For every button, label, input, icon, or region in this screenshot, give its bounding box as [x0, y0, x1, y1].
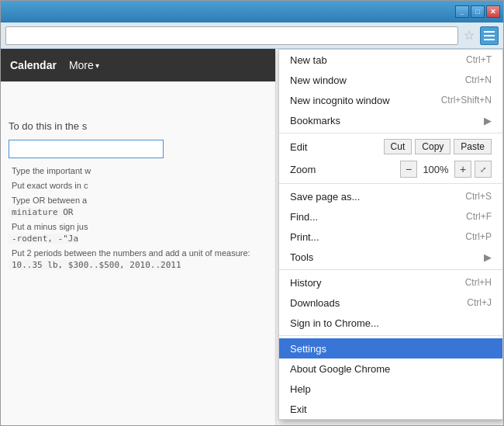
menu-item-incognito[interactable]: New incognito window Ctrl+Shift+N: [279, 90, 502, 110]
menu-item-edit: Edit Cut Copy Paste: [279, 136, 502, 158]
search-heading: To do this in the s: [9, 120, 268, 132]
menu-item-save[interactable]: Save page as... Ctrl+S: [279, 186, 502, 206]
menu-item-new-window-shortcut: Ctrl+N: [465, 74, 492, 85]
menu-item-history-label: History: [290, 277, 447, 289]
menu-line-2: [484, 35, 495, 36]
submenu-arrow-icon: ▶: [484, 115, 492, 126]
menu-item-about-label: About Google Chrome: [290, 363, 492, 375]
menu-item-print[interactable]: Print... Ctrl+P: [279, 227, 502, 247]
menu-item-new-tab[interactable]: New tab Ctrl+T: [279, 50, 502, 70]
hint-2-text: Put exact words in c: [9, 181, 88, 190]
divider-2: [279, 183, 502, 184]
close-button[interactable]: ✕: [486, 5, 500, 18]
maximize-button[interactable]: □: [471, 5, 485, 18]
menu-item-about[interactable]: About Google Chrome: [279, 358, 502, 379]
cut-button[interactable]: Cut: [384, 139, 413, 154]
menu-item-downloads[interactable]: Downloads Ctrl+J: [279, 293, 502, 313]
hint-4-line1: Put a minus sign jus: [9, 222, 88, 231]
menu-item-bookmarks-label: Bookmarks: [290, 115, 484, 126]
menu-item-tools-label: Tools: [290, 251, 484, 263]
search-section: To do this in the s Type the important w…: [9, 120, 268, 270]
zoom-out-button[interactable]: −: [400, 161, 417, 178]
address-input[interactable]: [5, 26, 458, 45]
zoom-label: Zoom: [290, 164, 397, 175]
left-panel: Calendar More To do this in the s Type t…: [1, 49, 276, 425]
app-nav: Calendar More: [1, 49, 275, 81]
menu-item-find[interactable]: Find... Ctrl+F: [279, 206, 502, 227]
hint-row-4: Put a minus sign jus -rodent, -"Ja: [9, 220, 268, 244]
bookmark-star-icon[interactable]: ☆: [461, 28, 477, 43]
main-content: To do this in the s Type the important w…: [1, 81, 275, 425]
zoom-in-button[interactable]: +: [454, 161, 471, 178]
hint-row-3: Type OR between a miniature OR: [9, 194, 268, 217]
edit-label: Edit: [290, 141, 381, 153]
hint-row-1: Type the important w: [9, 165, 268, 176]
paste-button[interactable]: Paste: [454, 139, 492, 154]
nav-item-more[interactable]: More: [69, 59, 99, 71]
menu-line-3: [484, 39, 495, 40]
menu-item-history-shortcut: Ctrl+H: [465, 277, 492, 288]
search-input-row: [9, 140, 268, 158]
address-bar-row: ☆: [1, 23, 503, 49]
search-input[interactable]: [9, 140, 164, 158]
menu-item-bookmarks[interactable]: Bookmarks ▶: [279, 110, 502, 130]
window-controls: _ □ ✕: [455, 5, 500, 18]
divider-1: [279, 133, 502, 133]
menu-item-find-label: Find...: [290, 211, 447, 223]
menu-item-new-tab-label: New tab: [290, 54, 447, 66]
hint-1-text: Type the important w: [9, 166, 91, 175]
copy-button[interactable]: Copy: [415, 139, 450, 154]
menu-item-new-window-label: New window: [290, 74, 447, 86]
chrome-dropdown-menu: New tab Ctrl+T New window Ctrl+N New inc…: [278, 49, 503, 420]
hint-5-line1: Put 2 periods between the numbers and ad…: [9, 248, 250, 258]
menu-item-exit[interactable]: Exit: [279, 399, 502, 419]
hint-3-line1: Type OR between a: [9, 196, 87, 205]
menu-item-help[interactable]: Help: [279, 379, 502, 399]
menu-item-signin[interactable]: Sign in to Chrome...: [279, 313, 502, 333]
chrome-menu-button[interactable]: [480, 26, 499, 45]
menu-item-downloads-label: Downloads: [290, 297, 448, 309]
hint-5-line2: 10..35 lb, $300..$500, 2010..2011: [9, 260, 181, 270]
hint-3-line2: miniature OR: [9, 207, 73, 217]
menu-item-print-shortcut: Ctrl+P: [465, 231, 492, 242]
menu-item-downloads-shortcut: Ctrl+J: [467, 297, 492, 308]
menu-item-new-tab-shortcut: Ctrl+T: [466, 54, 492, 65]
zoom-value-display: 100%: [420, 164, 451, 175]
divider-3: [279, 269, 502, 270]
minimize-button[interactable]: _: [455, 5, 469, 18]
nav-item-calendar[interactable]: Calendar: [10, 59, 57, 71]
title-bar: _ □ ✕: [1, 1, 503, 23]
menu-item-exit-label: Exit: [290, 403, 492, 415]
menu-item-new-window[interactable]: New window Ctrl+N: [279, 70, 502, 90]
menu-item-incognito-label: New incognito window: [290, 95, 423, 106]
browser-window: _ □ ✕ ☆ Calendar More: [0, 0, 504, 426]
zoom-fullscreen-button[interactable]: ⤢: [475, 161, 492, 178]
hint-row-2: Put exact words in c: [9, 179, 268, 191]
app-area: Calendar More To do this in the s Type t…: [1, 49, 503, 425]
hint-4-line2: -rodent, -"Ja: [9, 234, 78, 244]
menu-item-save-label: Save page as...: [290, 191, 447, 203]
menu-item-tools[interactable]: Tools ▶: [279, 247, 502, 267]
menu-item-settings[interactable]: Settings: [279, 338, 502, 358]
menu-item-incognito-shortcut: Ctrl+Shift+N: [441, 95, 492, 106]
tools-submenu-arrow-icon: ▶: [484, 251, 492, 263]
menu-item-print-label: Print...: [290, 231, 447, 243]
menu-item-signin-label: Sign in to Chrome...: [290, 317, 492, 329]
toolbar-icons: ☆: [461, 26, 499, 45]
menu-item-save-shortcut: Ctrl+S: [465, 191, 492, 202]
menu-item-history[interactable]: History Ctrl+H: [279, 272, 502, 293]
divider-4: [279, 335, 502, 336]
hint-row-5: Put 2 periods between the numbers and ad…: [9, 247, 268, 270]
menu-item-help-label: Help: [290, 383, 492, 395]
menu-item-zoom: Zoom − 100% + ⤢: [279, 158, 502, 181]
menu-item-find-shortcut: Ctrl+F: [466, 211, 492, 222]
menu-line-1: [484, 31, 495, 33]
menu-item-settings-label: Settings: [290, 343, 492, 355]
